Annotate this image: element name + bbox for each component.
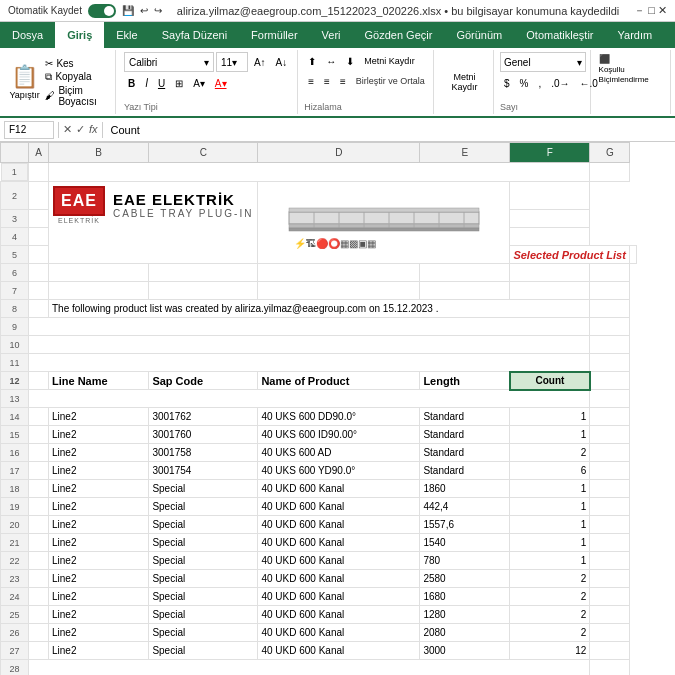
cell-G20[interactable] <box>590 516 630 534</box>
cell-A23[interactable] <box>29 570 49 588</box>
cell-B15[interactable]: Line2 <box>49 426 149 444</box>
col-header-C[interactable]: C <box>149 143 258 163</box>
cell-G21[interactable] <box>590 534 630 552</box>
font-name-selector[interactable]: Calibri ▾ <box>124 52 214 72</box>
cell-B23[interactable]: Line2 <box>49 570 149 588</box>
autosave-toggle[interactable] <box>88 4 116 18</box>
cell-D14[interactable]: 40 UKS 600 DD90.0° <box>258 408 420 426</box>
align-bottom-button[interactable]: ⬇ <box>342 52 358 70</box>
cell-B7[interactable] <box>49 282 149 300</box>
cell-A5[interactable] <box>29 246 49 264</box>
tab-otomatiklestir[interactable]: Otomatikleştir <box>514 22 605 48</box>
cell-G5[interactable] <box>630 246 637 264</box>
cell-D24[interactable]: 40 UKD 600 Kanal <box>258 588 420 606</box>
cell-F14[interactable]: 1 <box>510 408 590 426</box>
tab-sayfa-duzeni[interactable]: Sayfa Düzeni <box>150 22 239 48</box>
cell-B6[interactable] <box>49 264 149 282</box>
cell-D17[interactable]: 40 UKS 600 YD90.0° <box>258 462 420 480</box>
cell-A24[interactable] <box>29 588 49 606</box>
cell-A13-F13[interactable] <box>29 390 590 408</box>
cell-F22[interactable]: 1 <box>510 552 590 570</box>
paste-button[interactable]: 📋 Yapıştır <box>8 56 41 108</box>
cell-B16[interactable]: Line2 <box>49 444 149 462</box>
cell-G3[interactable] <box>510 210 590 228</box>
cell-A8[interactable] <box>29 300 49 318</box>
cell-E20[interactable]: 1557,6 <box>420 516 510 534</box>
align-left-button[interactable]: ≡ <box>304 72 318 90</box>
cell-E7[interactable] <box>420 282 510 300</box>
cell-E27[interactable]: 3000 <box>420 642 510 660</box>
cell-D22[interactable]: 40 UKD 600 Kanal <box>258 552 420 570</box>
cell-C20[interactable]: Special <box>149 516 258 534</box>
cell-B27[interactable]: Line2 <box>49 642 149 660</box>
font-grow-button[interactable]: A↑ <box>250 53 270 71</box>
cell-A14[interactable] <box>29 408 49 426</box>
cell-C23[interactable]: Special <box>149 570 258 588</box>
tab-yardim[interactable]: Yardım <box>606 22 665 48</box>
cell-A9-F9[interactable] <box>29 318 590 336</box>
format-painter-button[interactable]: 🖌 Biçim Boyacısı <box>45 85 111 107</box>
cell-B25[interactable]: Line2 <box>49 606 149 624</box>
formula-input[interactable] <box>107 121 671 139</box>
cell-A18[interactable] <box>29 480 49 498</box>
tab-giris[interactable]: Giriş <box>55 22 104 48</box>
cell-G7[interactable] <box>590 282 630 300</box>
wrap-text-button[interactable]: Metni Kaydır <box>360 52 419 70</box>
cell-B19[interactable]: Line2 <box>49 498 149 516</box>
cell-A3[interactable] <box>29 210 49 228</box>
cell-D26[interactable]: 40 UKD 600 Kanal <box>258 624 420 642</box>
cell-A19[interactable] <box>29 498 49 516</box>
cell-G23[interactable] <box>590 570 630 588</box>
cell-F6[interactable] <box>510 264 590 282</box>
cell-G16[interactable] <box>590 444 630 462</box>
cell-G25[interactable] <box>590 606 630 624</box>
cell-A7[interactable] <box>29 282 49 300</box>
redo-icon[interactable]: ↪ <box>154 5 162 16</box>
cell-E16[interactable]: Standard <box>420 444 510 462</box>
align-top-button[interactable]: ⬆ <box>304 52 320 70</box>
cell-A12[interactable] <box>29 372 49 390</box>
cell-A6[interactable] <box>29 264 49 282</box>
cell-G9[interactable] <box>590 318 630 336</box>
cell-A1[interactable] <box>29 163 49 182</box>
cell-D18[interactable]: 40 UKD 600 Kanal <box>258 480 420 498</box>
cell-G10[interactable] <box>590 336 630 354</box>
cell-D21[interactable]: 40 UKD 600 Kanal <box>258 534 420 552</box>
cell-C16[interactable]: 3001758 <box>149 444 258 462</box>
col-header-A[interactable]: A <box>29 143 49 163</box>
cell-F7[interactable] <box>510 282 590 300</box>
cell-G2[interactable] <box>510 182 590 210</box>
cell-E23[interactable]: 2580 <box>420 570 510 588</box>
cell-E17[interactable]: Standard <box>420 462 510 480</box>
cell-D23[interactable]: 40 UKD 600 Kanal <box>258 570 420 588</box>
tab-dosya[interactable]: Dosya <box>0 22 55 48</box>
cell-C17[interactable]: 3001754 <box>149 462 258 480</box>
underline-button[interactable]: U <box>154 74 169 92</box>
cell-G19[interactable] <box>590 498 630 516</box>
cell-D20[interactable]: 40 UKD 600 Kanal <box>258 516 420 534</box>
bold-button[interactable]: B <box>124 74 139 92</box>
cell-A16[interactable] <box>29 444 49 462</box>
insert-function-icon[interactable]: fx <box>89 123 98 136</box>
cell-F19[interactable]: 1 <box>510 498 590 516</box>
cell-G27[interactable] <box>590 642 630 660</box>
col-header-D[interactable]: D <box>258 143 420 163</box>
cell-B21[interactable]: Line2 <box>49 534 149 552</box>
cell-A26[interactable] <box>29 624 49 642</box>
cell-F27[interactable]: 12 <box>510 642 590 660</box>
confirm-formula-icon[interactable]: ✓ <box>76 123 85 136</box>
cell-D25[interactable]: 40 UKD 600 Kanal <box>258 606 420 624</box>
cell-C26[interactable]: Special <box>149 624 258 642</box>
cell-G11[interactable] <box>590 354 630 372</box>
cell-F25[interactable]: 2 <box>510 606 590 624</box>
cell-A21[interactable] <box>29 534 49 552</box>
cell-E22[interactable]: 780 <box>420 552 510 570</box>
cell-E19[interactable]: 442,4 <box>420 498 510 516</box>
cell-G6[interactable] <box>590 264 630 282</box>
cell-F18[interactable]: 1 <box>510 480 590 498</box>
tab-veri[interactable]: Veri <box>310 22 353 48</box>
cell-C19[interactable]: Special <box>149 498 258 516</box>
cancel-formula-icon[interactable]: ✕ <box>63 123 72 136</box>
tab-gozden-gecir[interactable]: Gözden Geçir <box>353 22 445 48</box>
cell-D27[interactable]: 40 UKD 600 Kanal <box>258 642 420 660</box>
